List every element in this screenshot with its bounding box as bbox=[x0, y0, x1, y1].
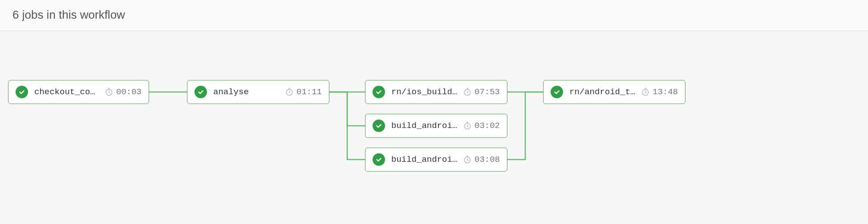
success-check-icon bbox=[551, 86, 563, 98]
job-node-build-android-2[interactable]: build_androi… 03:08 bbox=[365, 148, 507, 172]
workflow-title: 6 jobs in this workflow bbox=[12, 8, 125, 21]
job-name: rn/android_t… bbox=[569, 87, 637, 97]
success-check-icon bbox=[373, 120, 385, 132]
clock-icon bbox=[463, 155, 472, 164]
job-duration: 03:08 bbox=[475, 155, 500, 164]
job-duration: 03:02 bbox=[475, 121, 500, 131]
job-node-ios-build[interactable]: rn/ios_build… 07:53 bbox=[365, 80, 507, 104]
job-name: checkout_code bbox=[34, 87, 100, 97]
job-name: analyse bbox=[213, 87, 280, 97]
job-duration: 07:53 bbox=[475, 87, 500, 97]
job-name: rn/ios_build… bbox=[391, 87, 458, 97]
success-check-icon bbox=[16, 86, 28, 98]
success-check-icon bbox=[373, 86, 385, 98]
job-duration: 00:03 bbox=[116, 87, 142, 97]
workflow-header: 6 jobs in this workflow bbox=[0, 0, 868, 31]
job-timer: 01:11 bbox=[285, 87, 322, 97]
job-node-checkout-code[interactable]: checkout_code 00:03 bbox=[8, 80, 149, 104]
clock-icon bbox=[285, 88, 294, 96]
success-check-icon bbox=[195, 86, 207, 98]
job-node-build-android-1[interactable]: build_androi… 03:02 bbox=[365, 114, 507, 138]
success-check-icon bbox=[373, 153, 385, 166]
job-timer: 07:53 bbox=[463, 87, 500, 97]
clock-icon bbox=[463, 121, 472, 130]
job-duration: 01:11 bbox=[296, 87, 322, 97]
job-timer: 13:48 bbox=[641, 87, 678, 97]
job-duration: 13:48 bbox=[653, 87, 678, 97]
job-timer: 00:03 bbox=[105, 87, 142, 97]
clock-icon bbox=[641, 88, 650, 96]
job-node-android-t[interactable]: rn/android_t… 13:48 bbox=[543, 80, 685, 104]
job-name: build_androi… bbox=[391, 121, 458, 131]
job-timer: 03:02 bbox=[463, 121, 500, 131]
job-name: build_androi… bbox=[391, 155, 458, 164]
clock-icon bbox=[105, 88, 114, 96]
job-timer: 03:08 bbox=[463, 155, 500, 164]
clock-icon bbox=[463, 88, 472, 96]
job-node-analyse[interactable]: analyse 01:11 bbox=[187, 80, 329, 104]
workflow-canvas[interactable]: checkout_code 00:03 analyse 01:11 rn/ios… bbox=[0, 31, 868, 224]
